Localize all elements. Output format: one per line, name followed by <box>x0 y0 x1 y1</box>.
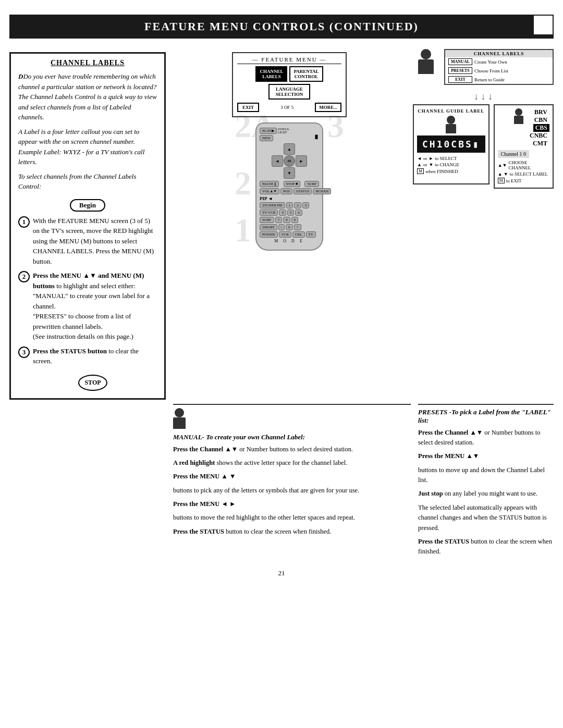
surf-btn[interactable]: SURF <box>304 181 319 187</box>
remote-pip-row: 2TUNER PIP 1 2 3 <box>260 202 319 208</box>
press-status-presets-label: Press the STATUS <box>418 538 469 545</box>
manual-title: MANUAL- To create your own Channel Label… <box>173 433 411 441</box>
corner-box <box>533 15 554 35</box>
play-btn[interactable]: PLAY▶ <box>260 128 277 134</box>
step-1: 1 With the FEATURE MENU screen (3 of 5) … <box>18 216 157 267</box>
bottom-instructions: MANUAL- To create your own Channel Label… <box>0 404 563 561</box>
surf2-btn[interactable]: SURF <box>260 217 274 223</box>
manual-p5: Press the MENU ◄ ► <box>173 499 411 509</box>
dpad-up[interactable]: ▲ <box>284 143 295 155</box>
tuner-pip[interactable]: 2TUNER PIP <box>260 202 285 208</box>
cls-exit-desc: Return to Guide <box>474 77 505 82</box>
fm-title: — FEATURE MENU — <box>237 56 341 64</box>
cls-header: CHANNEL LABELS <box>445 50 553 57</box>
presets-m-btn: M <box>498 178 505 183</box>
presets-p1: Press the Channel ▲▼ or Number buttons t… <box>418 428 554 448</box>
top-area: Channel Labels DDo you ever have trouble… <box>0 44 563 400</box>
presets-panel: BRV CBN CBS CNBC CMT Channel 1 0 ▲▼ CHOO… <box>494 104 554 189</box>
n-plus[interactable]: + <box>294 224 301 230</box>
dpad-right[interactable]: ► <box>296 155 307 167</box>
presets-p3: buttons to move up and down the Channel … <box>418 465 554 486</box>
power-btn[interactable]: POWER <box>260 231 278 238</box>
presets-controls: ▲▼ CHOOSE CHANNEL ▲ ▼ to SELECT LABEL M … <box>498 160 549 183</box>
manual-section: MANUAL- To create your own Channel Label… <box>173 404 411 541</box>
n6[interactable]: 6 <box>295 209 302 216</box>
status-label: STATUSLIGHT <box>278 128 289 134</box>
step-3-circle: 3 <box>18 347 30 358</box>
channel-guide-label-box: CHANNEL GUIDE LABEL CH10CBS▮ ◄ or ► to S… <box>413 104 489 184</box>
stop-btn-remote[interactable]: STOP ■ <box>284 181 301 187</box>
pause-btn[interactable]: PAUSE ‖ <box>260 181 279 187</box>
manual-figure <box>173 408 186 429</box>
cgl-ctrl-change: ▲ or ▼ to CHANGE <box>417 162 485 167</box>
remote-new-row: NEW ▐▌ <box>260 135 319 141</box>
bottom-center-instr: MANUAL- To create your own Channel Label… <box>173 404 411 561</box>
presets-section: PRESETS -To pick a Label from the "LABEL… <box>418 404 554 557</box>
n4[interactable]: 4 <box>279 209 286 216</box>
bottom-right-instr: PRESETS -To pick a Label from the "LABEL… <box>418 404 554 561</box>
presets-figure-body <box>514 116 523 124</box>
cgl-m-btn: M <box>417 168 424 174</box>
manual-p2: A red highlight shows the active letter … <box>173 458 411 468</box>
n7[interactable]: 7 <box>275 217 283 223</box>
dpad-m-center[interactable]: M <box>284 155 295 167</box>
cls-exit-row: EXIT Return to Guide <box>445 75 553 84</box>
step-1-text: With the FEATURE MENU screen (3 of 5) on… <box>33 216 157 267</box>
preset-cbn: CBN <box>532 116 549 124</box>
remote: PLAY▶ STATUSLIGHT NEW ▐▌ ▲ ◄ <box>255 122 323 251</box>
preset-brv: BRV <box>532 108 549 116</box>
tvvcr-btn[interactable]: TV·VCR <box>260 209 278 216</box>
pip-n2[interactable]: 2 <box>294 202 301 208</box>
page-title: Feature Menu Controls (Continued) <box>144 20 419 33</box>
step-3: 3 Press the STATUS button to clear the s… <box>18 346 157 366</box>
presets-figure-head <box>515 108 522 116</box>
presets-figure <box>514 108 523 124</box>
dpad-down[interactable]: ▼ <box>284 167 295 179</box>
remote-tvvcr-row: TV·VCR 4 5 6 <box>260 209 319 216</box>
pos-btn[interactable]: POS <box>280 188 292 194</box>
fm-btn-language: LANGUAGESELECTION <box>268 84 310 100</box>
new-btn[interactable]: NEW <box>260 135 273 141</box>
figure-body <box>418 59 434 74</box>
intro-text: DDo you ever have trouble remembering on… <box>18 71 157 122</box>
n8[interactable]: 8 <box>283 217 290 223</box>
manual-p7: Press the STATUS button to clear the scr… <box>173 527 411 537</box>
cgl-figure <box>417 116 485 133</box>
page-header: Feature Menu Controls (Continued) <box>9 15 554 39</box>
cgl-ctrl-finished: M when FINISHED <box>417 168 485 174</box>
overlay-21: 2 <box>235 164 251 203</box>
step-2-text: Press the MENU ▲▼ and MENU (M) buttons t… <box>33 270 157 342</box>
status-btn[interactable]: STATUS <box>293 188 312 194</box>
manual-fig-body <box>173 417 186 429</box>
presets-label-list: BRV CBN CBS CNBC CMT <box>528 108 549 147</box>
fm-btn-parental: PARENTALCONTROL <box>289 66 323 82</box>
vcr-btn[interactable]: VCR <box>279 231 291 238</box>
right-top-figure: CHANNEL LABELS MANUAL Create Your Own PR… <box>413 49 554 89</box>
down-arrow-1: ↓ ↓ ↓ <box>413 91 554 102</box>
fm-buttons: CHANNELLABELS PARENTALCONTROL <box>237 66 341 82</box>
n0[interactable]: 0 <box>286 224 293 230</box>
cgl-right-icon: ► <box>429 156 433 161</box>
dpad-left[interactable]: ◄ <box>272 155 283 167</box>
hchan-btn[interactable]: HCHAN <box>313 188 331 194</box>
manual-p4: buttons to pick any of the letters or sy… <box>173 486 411 496</box>
n-minus[interactable]: - <box>278 224 285 230</box>
tv-btn[interactable]: TV <box>306 231 316 238</box>
stop-label: STOP <box>78 375 107 391</box>
smart-btn[interactable]: SMART <box>260 224 277 230</box>
top-center: — FEATURE MENU — CHANNELLABELS PARENTALC… <box>173 44 406 400</box>
presets-p6: Press the STATUS button to clear the scr… <box>418 537 554 557</box>
cbl-btn[interactable]: CBL <box>292 231 305 238</box>
pip-n3[interactable]: 3 <box>302 202 310 208</box>
remote-container: 2A 3 2 1 PLAY▶ STATUSLIGHT NEW ▐ <box>255 122 323 251</box>
remote-top-row: PLAY▶ STATUSLIGHT <box>260 128 289 134</box>
cls-manual-btn: MANUAL <box>448 58 472 65</box>
presets-ctrl-select: ▲ ▼ to SELECT LABEL <box>498 171 549 177</box>
page-number: 21 <box>0 569 563 586</box>
manual-fig-head <box>175 408 184 417</box>
pip-n1[interactable]: 1 <box>286 202 293 208</box>
n5[interactable]: 5 <box>287 209 295 216</box>
n9[interactable]: 9 <box>291 217 299 223</box>
bottom-spacer <box>9 404 166 561</box>
vol-btn[interactable]: VOL▲▼ <box>260 188 279 194</box>
